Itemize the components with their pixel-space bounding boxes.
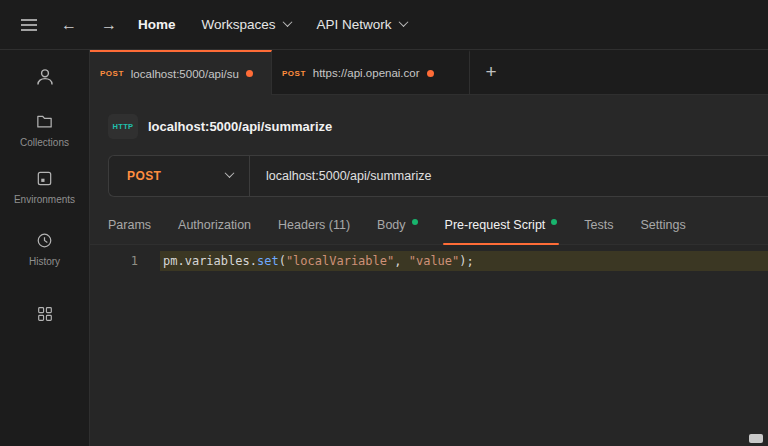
tab-label: Params bbox=[108, 218, 151, 232]
tab-body[interactable]: Body bbox=[377, 206, 418, 244]
top-header: ← → Home Workspaces API Network bbox=[0, 0, 768, 50]
chevron-down-icon bbox=[282, 17, 292, 27]
tab-method-badge: POST bbox=[282, 69, 306, 78]
request-panel: HTTP localhost:5000/api/summarize POST P… bbox=[90, 95, 768, 446]
url-input[interactable] bbox=[250, 169, 768, 183]
new-tab-button[interactable]: + bbox=[470, 50, 512, 94]
line-number: 1 bbox=[90, 251, 160, 271]
request-title-row: HTTP localhost:5000/api/summarize bbox=[108, 112, 750, 140]
sidebar-item-user[interactable] bbox=[34, 66, 56, 88]
sidebar-item-environments[interactable]: Environments bbox=[14, 169, 75, 205]
content-dot-icon bbox=[412, 219, 418, 225]
sidebar-item-history[interactable]: History bbox=[29, 231, 60, 267]
tab-title: https://api.openai.cor bbox=[313, 67, 420, 79]
code-token: ); bbox=[459, 254, 473, 268]
nav-home[interactable]: Home bbox=[138, 17, 176, 32]
apps-grid-icon bbox=[36, 305, 54, 323]
tab-title: localhost:5000/api/su bbox=[131, 68, 239, 80]
nav-workspaces-label: Workspaces bbox=[202, 17, 276, 32]
code-token: ( bbox=[279, 254, 286, 268]
request-config-tabs: Params Authorization Headers (11) Body P… bbox=[90, 206, 768, 245]
tab-label: Body bbox=[377, 218, 406, 232]
url-bar: POST bbox=[108, 155, 768, 197]
main-area: POST localhost:5000/api/su POST https://… bbox=[90, 50, 768, 446]
code-token: variables bbox=[185, 254, 250, 268]
code-token: set bbox=[257, 254, 279, 268]
nav-api-network[interactable]: API Network bbox=[317, 17, 407, 32]
postman-app: ← → Home Workspaces API Network bbox=[0, 0, 768, 446]
tab-method-badge: POST bbox=[100, 69, 124, 78]
nav-workspaces[interactable]: Workspaces bbox=[202, 17, 291, 32]
request-title: localhost:5000/api/summarize bbox=[148, 119, 332, 134]
code-token: "localVariable" bbox=[286, 254, 394, 268]
code-content[interactable]: pm.variables.set("localVariable", "value… bbox=[160, 251, 768, 271]
request-tab-1[interactable]: POST localhost:5000/api/su bbox=[90, 50, 272, 95]
content-dot-icon bbox=[551, 219, 557, 225]
tab-headers[interactable]: Headers (11) bbox=[278, 206, 350, 244]
tab-label: Authorization bbox=[178, 218, 251, 232]
code-token: . bbox=[250, 254, 257, 268]
tab-label: Settings bbox=[641, 218, 686, 232]
tab-pre-request-script[interactable]: Pre-request Script bbox=[445, 206, 558, 244]
back-arrow-icon[interactable]: ← bbox=[56, 12, 82, 38]
nav-api-network-label: API Network bbox=[317, 17, 392, 32]
tab-label: Pre-request Script bbox=[445, 218, 546, 232]
sidebar-item-label: Collections bbox=[20, 137, 69, 148]
request-tabstrip: POST localhost:5000/api/su POST https://… bbox=[90, 50, 768, 95]
code-token: . bbox=[177, 254, 184, 268]
forward-arrow-icon[interactable]: → bbox=[96, 12, 122, 38]
collections-folder-icon bbox=[35, 112, 54, 131]
sidebar-item-label: Environments bbox=[14, 194, 75, 205]
sidebar-item-collections[interactable]: Collections bbox=[20, 112, 69, 148]
chevron-down-icon bbox=[398, 17, 408, 27]
script-editor[interactable]: 1 pm.variables.set("localVariable", "val… bbox=[90, 245, 768, 446]
unsaved-dot-icon bbox=[427, 70, 434, 77]
nav-home-label: Home bbox=[138, 17, 176, 32]
sidebar-item-apps[interactable] bbox=[36, 305, 54, 323]
unsaved-dot-icon bbox=[246, 70, 253, 77]
tab-label: Tests bbox=[584, 218, 613, 232]
method-value: POST bbox=[127, 169, 161, 183]
method-select[interactable]: POST bbox=[109, 156, 249, 196]
menu-icon[interactable] bbox=[16, 12, 42, 38]
http-protocol-badge: HTTP bbox=[108, 114, 138, 139]
tab-tests[interactable]: Tests bbox=[584, 206, 613, 244]
history-clock-icon bbox=[35, 231, 54, 250]
body-row: Collections Environments bbox=[0, 50, 768, 446]
tab-label: Headers (11) bbox=[278, 218, 350, 232]
tab-authorization[interactable]: Authorization bbox=[178, 206, 251, 244]
code-token: , bbox=[394, 254, 408, 268]
user-icon bbox=[34, 66, 56, 88]
tab-settings[interactable]: Settings bbox=[641, 206, 686, 244]
environments-icon bbox=[35, 169, 54, 188]
scrollbar-thumb[interactable] bbox=[749, 434, 763, 443]
chevron-down-icon bbox=[225, 168, 235, 178]
tab-params[interactable]: Params bbox=[108, 206, 151, 244]
left-sidebar: Collections Environments bbox=[0, 50, 90, 446]
request-tab-2[interactable]: POST https://api.openai.cor bbox=[272, 50, 470, 94]
code-line-1[interactable]: 1 pm.variables.set("localVariable", "val… bbox=[90, 251, 768, 271]
sidebar-item-label: History bbox=[29, 256, 60, 267]
code-token: "value" bbox=[409, 254, 460, 268]
code-token: pm bbox=[163, 254, 177, 268]
